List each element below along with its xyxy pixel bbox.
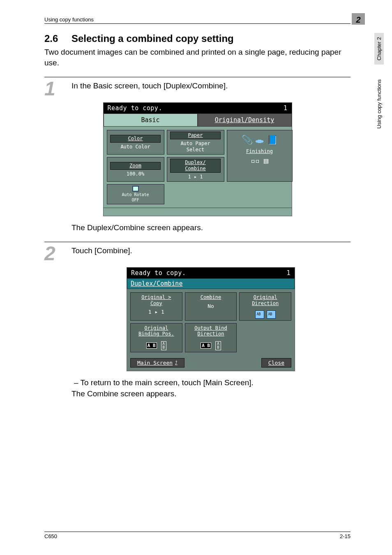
screen2-status: Ready to copy. bbox=[131, 269, 186, 277]
section-number: 2.6 bbox=[44, 33, 71, 44]
color-button[interactable]: Color Auto Color bbox=[107, 130, 164, 155]
step-1-number: 1 bbox=[44, 80, 71, 97]
zoom-button[interactable]: Zoom 100.0% bbox=[107, 157, 164, 182]
intro-paragraph: Two document images can be combined and … bbox=[44, 47, 350, 68]
punch-icon: 🕳 bbox=[255, 134, 264, 146]
footer-model: C650 bbox=[44, 533, 57, 539]
fold-icon: 📘 bbox=[267, 134, 278, 146]
return-arrow-icon: ⤴ bbox=[175, 360, 178, 365]
tab-basic[interactable]: Basic bbox=[104, 113, 198, 127]
main-screen-button[interactable]: Main Screen ⤴ bbox=[130, 358, 184, 368]
step-1-result: The Duplex/Combine screen appears. bbox=[71, 222, 350, 234]
paper-value: Auto Paper Select bbox=[180, 141, 210, 153]
finishing-sub-icon-1: ▫▫ bbox=[251, 156, 260, 166]
auto-rotate-button[interactable]: Auto Rotate OFF bbox=[107, 184, 164, 204]
screen1-bottom-strip bbox=[104, 208, 292, 216]
output-bind-label: Output Bind Direction bbox=[194, 325, 227, 337]
combine-button[interactable]: Combine No bbox=[185, 292, 237, 321]
ab-stack-icon: AB bbox=[161, 341, 166, 350]
combine-label: Combine bbox=[201, 294, 221, 300]
ab-icon: A B bbox=[146, 342, 157, 349]
ab-stack-icon-2: AB bbox=[215, 341, 221, 350]
finishing-sub-icon-2: ▤ bbox=[264, 156, 268, 166]
finishing-button[interactable]: 📎 🕳 📘 Finishing ▫▫ ▤ bbox=[227, 130, 293, 182]
paper-button[interactable]: Paper Auto Paper Select bbox=[167, 130, 224, 155]
chapter-tab: 2 bbox=[352, 13, 365, 25]
screen1-status: Ready to copy. bbox=[108, 104, 162, 112]
step-2-number: 2 bbox=[44, 245, 71, 262]
empty-cell bbox=[239, 323, 291, 352]
combine-value: No bbox=[208, 303, 214, 310]
original-binding-label: Original Binding Pos. bbox=[138, 325, 174, 337]
orig-dir-icon-2 bbox=[267, 310, 276, 319]
close-button[interactable]: Close bbox=[261, 358, 291, 368]
finishing-label: Finishing bbox=[246, 148, 273, 155]
basic-screen-panel: Ready to copy. 1 Basic Original/Density … bbox=[103, 102, 292, 216]
step-2-text: Touch [Combine]. bbox=[71, 245, 350, 262]
footer-page: 2-15 bbox=[340, 533, 350, 539]
screen1-counter: 1 bbox=[284, 104, 288, 112]
zoom-value: 100.0% bbox=[127, 171, 144, 177]
step-2-sub: – To return to the main screen, touch [M… bbox=[74, 377, 350, 388]
color-value: Auto Color bbox=[120, 144, 150, 150]
duplex-label: Duplex/ Combine bbox=[170, 159, 221, 173]
screen2-title: Duplex/Combine bbox=[127, 278, 295, 289]
section-heading-text: Selecting a combined copy setting bbox=[71, 33, 234, 44]
original-direction-button[interactable]: Original Direction bbox=[239, 292, 291, 321]
step-2-result: The Combine screen appears. bbox=[71, 388, 350, 400]
original-direction-label: Original Direction bbox=[252, 294, 279, 306]
staple-icon: 📎 bbox=[242, 134, 253, 146]
original-copy-button[interactable]: Original > Copy 1 ▸ 1 bbox=[130, 292, 182, 321]
color-label: Color bbox=[110, 135, 161, 143]
output-bind-button[interactable]: Output Bind Direction A B AB bbox=[185, 323, 237, 352]
duplex-combine-screen-panel: Ready to copy. 1 Duplex/Combine Original… bbox=[127, 267, 295, 371]
duplex-combine-button[interactable]: Duplex/ Combine 1 ▸ 1 bbox=[167, 157, 224, 182]
main-screen-label: Main Screen bbox=[137, 360, 173, 366]
section-title: 2.6Selecting a combined copy setting bbox=[44, 33, 350, 44]
side-chapter-label: Chapter 2 bbox=[374, 33, 384, 65]
side-section-label: Using copy functions bbox=[375, 77, 383, 131]
original-binding-button[interactable]: Original Binding Pos. A B AB bbox=[130, 323, 182, 352]
original-copy-value: 1 ▸ 1 bbox=[148, 309, 164, 315]
header-section: Using copy functions bbox=[44, 16, 94, 23]
screen2-counter: 1 bbox=[286, 269, 291, 277]
step-1-text: In the Basic screen, touch [Duplex/Combi… bbox=[71, 80, 350, 97]
duplex-value: 1 ▸ 1 bbox=[188, 174, 203, 180]
ab-icon-2: A B bbox=[201, 342, 211, 349]
screen-icon bbox=[132, 186, 139, 192]
tab-original-density[interactable]: Original/Density bbox=[198, 113, 292, 127]
zoom-label: Zoom bbox=[110, 162, 161, 170]
paper-label: Paper bbox=[170, 132, 221, 139]
auto-rotate-label: Auto Rotate OFF bbox=[122, 192, 149, 203]
orig-dir-icon-1 bbox=[255, 310, 264, 319]
original-copy-label: Original > Copy bbox=[141, 294, 171, 306]
